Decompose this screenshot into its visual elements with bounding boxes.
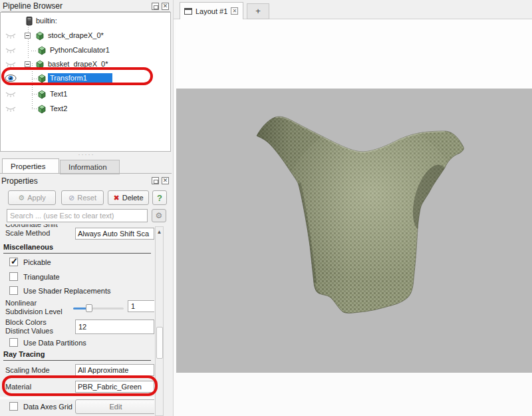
delete-button[interactable]: ✖ Delete — [108, 190, 149, 205]
pipeline-item-label[interactable]: Text2 — [48, 104, 69, 113]
pipeline-item-basket-drapex-0-[interactable]: basket_drapeX_0* — [1, 58, 170, 71]
triangulate-checkbox-row[interactable]: Triangulate — [9, 272, 60, 281]
slider-handle[interactable] — [86, 304, 92, 312]
material-label: Material — [5, 383, 31, 391]
properties-scroll-area[interactable]: Coordinate Shift Scale Method Always Aut… — [0, 224, 154, 416]
data-axes-grid-checkbox-row[interactable]: Data Axes Grid — [9, 402, 72, 411]
coordinate-shift-combobox[interactable]: Always Auto Shift Sca — [75, 228, 154, 240]
use-shader-replacements-label: Use Shader Replacements — [23, 287, 110, 295]
layout-tab-label: Layout #1 — [196, 7, 227, 15]
pipeline-item-label[interactable]: Transform1 — [48, 73, 112, 83]
tree-expander-icon[interactable] — [25, 33, 31, 39]
tab-layout-1[interactable]: Layout #1 ✕ — [180, 2, 243, 19]
ray-tracing-section-header: Ray Tracing — [3, 350, 151, 361]
use-data-partitions-checkbox[interactable] — [9, 338, 18, 347]
delete-label: Delete — [122, 194, 144, 202]
use-data-partitions-checkbox-row[interactable]: Use Data Partitions — [9, 338, 86, 347]
search-input[interactable] — [7, 209, 148, 222]
miscellaneous-section-header: Miscellaneous — [3, 243, 151, 254]
eye-visible-icon[interactable] — [5, 74, 17, 83]
cube-icon — [35, 31, 45, 41]
eye-hidden-icon[interactable] — [5, 60, 17, 69]
data-axes-grid-edit-button[interactable]: Edit — [75, 399, 154, 414]
properties-panel-header: Properties ✕ — [1, 175, 170, 186]
use-data-partitions-label: Use Data Partitions — [23, 339, 86, 347]
pickable-checkbox[interactable] — [9, 258, 18, 266]
eye-hidden-icon[interactable] — [5, 90, 17, 99]
float-panel-icon[interactable] — [152, 177, 159, 184]
nonlinear-subdivision-label: Nonlinear Subdivision Level — [5, 299, 63, 316]
tree-expander-icon[interactable] — [25, 61, 31, 67]
eye-hidden-icon[interactable] — [5, 31, 17, 40]
tab-information-label: Information — [68, 163, 107, 171]
reset-icon: ⊘ — [68, 194, 74, 202]
eye-hidden-icon[interactable] — [5, 46, 17, 55]
help-question-icon: ? — [157, 193, 162, 203]
float-panel-icon[interactable] — [152, 3, 159, 10]
layout-window-icon — [184, 8, 192, 15]
tab-properties[interactable]: Properties — [2, 158, 59, 173]
server-icon — [26, 17, 33, 26]
use-shader-replacements-checkbox-row[interactable]: Use Shader Replacements — [9, 286, 110, 295]
apply-button[interactable]: ⚙ Apply — [8, 190, 56, 205]
data-axes-grid-checkbox[interactable] — [9, 402, 18, 411]
eye-hidden-icon[interactable] — [5, 104, 17, 113]
left-dock-panel: Pipeline Browser ✕ builtin:stock_drapeX_… — [0, 0, 172, 416]
apply-gear-icon: ⚙ — [18, 194, 25, 202]
pickable-label: Pickable — [23, 258, 51, 266]
pipeline-tree[interactable]: builtin:stock_drapeX_0*PythonCalculator1… — [0, 12, 171, 152]
layout-tabbar: Layout #1 ✕ + — [174, 0, 532, 19]
close-panel-icon[interactable]: ✕ — [162, 177, 169, 184]
pickable-checkbox-row[interactable]: Pickable — [9, 258, 51, 266]
scaling-mode-combobox[interactable]: All Approximate — [75, 364, 154, 376]
scaling-mode-label: Scaling Mode — [5, 366, 50, 375]
pipeline-item-label[interactable]: stock_drapeX_0* — [46, 31, 106, 40]
pipeline-item-label[interactable]: basket_drapeX_0* — [46, 59, 110, 69]
pipeline-item-label[interactable]: PythonCalculator1 — [48, 45, 112, 55]
tab-information[interactable]: Information — [60, 160, 120, 174]
pipeline-item-label[interactable]: builtin: — [34, 16, 59, 25]
pipeline-item-transform1[interactable]: Transform1 — [1, 72, 170, 85]
nonlinear-subdivision-slider[interactable] — [73, 304, 124, 313]
pipeline-item-text2[interactable]: Text2 — [1, 103, 170, 116]
layout-background-bottom — [176, 373, 532, 416]
properties-scrollbar[interactable]: ▲ — [155, 226, 164, 416]
pipeline-item-label[interactable]: Text1 — [48, 89, 69, 99]
pipeline-item-builtin-[interactable]: builtin: — [1, 15, 170, 28]
coordinate-shift-label: Coordinate Shift Scale Method — [5, 224, 58, 238]
panel-splitter-handle[interactable]: ····· — [66, 151, 106, 158]
close-panel-icon[interactable]: ✕ — [162, 3, 169, 10]
pipeline-browser-title: Pipeline Browser — [1, 1, 152, 11]
reset-label: Reset — [77, 194, 96, 202]
layout-background-top — [176, 19, 532, 89]
tabbar-divider — [0, 173, 172, 174]
add-layout-tab-button[interactable]: + — [247, 3, 269, 19]
cube-icon — [37, 74, 47, 83]
pipeline-browser-header: Pipeline Browser ✕ — [1, 1, 170, 12]
render-view-3d[interactable] — [176, 89, 532, 373]
block-colors-label: Block Colors Distinct Values — [5, 318, 53, 335]
search-options-gear-icon[interactable]: ⚙ — [152, 209, 166, 222]
triangulate-checkbox[interactable] — [9, 272, 18, 281]
pipeline-item-text1[interactable]: Text1 — [1, 88, 170, 101]
cube-icon — [37, 46, 47, 55]
block-colors-value-field[interactable]: 12 — [75, 319, 154, 334]
material-combobox[interactable]: PBR_Fabric_Green — [75, 381, 154, 393]
pipeline-item-pythoncalculator1[interactable]: PythonCalculator1 — [1, 44, 170, 57]
properties-panel-title: Properties — [1, 176, 152, 186]
layout-tab-close-icon[interactable]: ✕ — [231, 7, 238, 15]
apply-label: Apply — [27, 194, 46, 202]
delete-x-icon: ✖ — [113, 194, 119, 202]
cube-icon — [37, 104, 47, 114]
pipeline-item-stock-drapex-0-[interactable]: stock_drapeX_0* — [1, 29, 170, 43]
reset-button[interactable]: ⊘ Reset — [61, 190, 104, 205]
nonlinear-subdivision-value-field[interactable]: 1 — [128, 300, 154, 312]
scrollbar-thumb[interactable] — [156, 327, 163, 359]
layout-area: Layout #1 ✕ + — [173, 0, 532, 416]
scrollbar-up-arrow-icon[interactable]: ▲ — [156, 228, 163, 236]
triangulate-label: Triangulate — [23, 273, 60, 281]
use-shader-replacements-checkbox[interactable] — [9, 286, 18, 295]
help-button[interactable]: ? — [152, 190, 167, 205]
paraview-window: Pipeline Browser ✕ builtin:stock_drapeX_… — [0, 0, 532, 416]
draped-cloth-object — [176, 89, 532, 373]
